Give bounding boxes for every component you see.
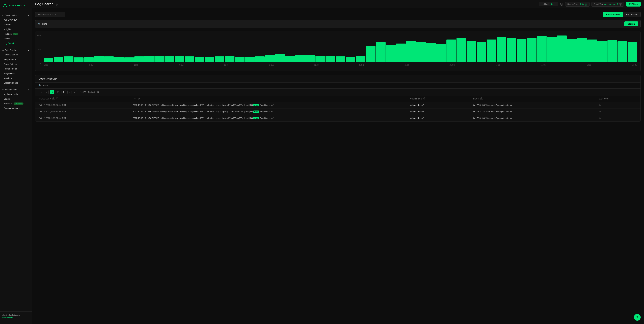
logs-filter-input[interactable] [43, 84, 637, 87]
sidebar-item-integrations[interactable]: Integrations [0, 71, 32, 76]
sidebar-item-my-organization[interactable]: My Organization [0, 92, 32, 97]
source-select-dropdown[interactable]: Select A Source ▼ [35, 12, 66, 17]
col-header-log: LOG ⧉ [129, 96, 406, 102]
y-label-200k: 200k [37, 35, 41, 37]
search-type-tabs: Basic Search SQL Search [603, 12, 641, 17]
user-company[interactable]: My Company [2, 316, 29, 318]
logo-icon [3, 3, 8, 8]
sidebar-item-status[interactable]: Status ↗ Operational [0, 101, 32, 106]
chart-bar [44, 58, 53, 62]
basic-search-tab[interactable]: Basic Search [603, 12, 623, 17]
timestamp-cell: Oct 12, 2022, 9:19:57 AM PDT [36, 109, 129, 115]
chart-bar [517, 39, 526, 62]
external-link-icon: ↗ [10, 103, 12, 105]
data-pipeline-header[interactable]: ◈ Data Pipeline ▲ [0, 47, 32, 52]
host-cell: ip-172-31-38-15.us-west-2.compute.intern… [470, 115, 596, 122]
copy-action-icon[interactable]: ⧉ [599, 104, 601, 106]
sidebar-item-insights[interactable]: Insights [0, 27, 32, 32]
col-header-agent-tag: AGENT TAG ℹ [406, 96, 470, 102]
chart-bar [507, 38, 516, 62]
logs-table: TIMESTAMP ℹ ≡ LOG ⧉ AGENT TAG ℹ [36, 96, 640, 122]
help-button[interactable]: ? [634, 314, 641, 321]
source-type-info-icon[interactable]: ✕ [585, 3, 587, 5]
copy-action-icon[interactable]: ⧉ [599, 117, 601, 119]
y-label-0: 0 [40, 62, 41, 64]
actions-cell: ⧉ [596, 115, 640, 122]
page-2-btn[interactable]: 2 [56, 90, 60, 94]
sidebar-item-rehydrations[interactable]: Rehydrations [0, 57, 32, 62]
chart-bar [285, 56, 295, 62]
sidebar-item-findings[interactable]: Findings New [0, 32, 32, 36]
sidebar-item-hosted-agents[interactable]: Hosted Agents [0, 66, 32, 71]
agent-tag-cell: webapp-demo2 [406, 115, 470, 122]
refresh-icon[interactable]: ↻ [560, 3, 563, 6]
filters-button[interactable]: ▽ Filters [626, 2, 641, 6]
last-page-btn[interactable]: » [73, 90, 77, 94]
chart-bar [326, 56, 335, 62]
chart-bar [366, 46, 376, 62]
log-cell: 2022-10-12 16:19:56 DEBUG HoldingsActorS… [129, 109, 406, 115]
agent-tag-cell: webapp-demo2 [406, 102, 470, 109]
sidebar-item-global-settings[interactable]: Global Settings [0, 81, 32, 85]
data-pipeline-label: Data Pipeline [5, 49, 17, 51]
chart-bar [185, 56, 194, 62]
sidebar-item-k8s-overview[interactable]: K8s Overview [0, 17, 32, 22]
observability-header[interactable]: ⊙ Observability ▲ [0, 12, 32, 17]
title-info-icon[interactable]: ℹ [55, 3, 58, 5]
agent-tag-selector[interactable]: Agent Tag: webapp-demo2 ℹ [592, 2, 624, 6]
sidebar-item-documentation[interactable]: Documentation ↗ [0, 106, 32, 111]
management-section: ⚙ Management ▲ My Organization Usage Sta… [0, 87, 32, 111]
user-email: riley@edgedelta.com [2, 314, 29, 316]
chart-bar [456, 38, 466, 62]
findings-badge: New [13, 33, 18, 35]
sidebar-item-patterns[interactable]: Patterns [0, 22, 32, 27]
copy-action-icon[interactable]: ⧉ [599, 111, 601, 113]
chart-bar [154, 56, 164, 62]
prev-page-btn[interactable]: ‹ [44, 90, 49, 94]
management-icon: ⚙ [2, 89, 4, 91]
chart-bar [245, 57, 254, 62]
content-area: Select A Source ▼ Basic Search SQL Searc… [32, 8, 644, 324]
chevron-down-icon: ▼ [554, 3, 556, 5]
timestamp-sort-icon[interactable]: ≡ [56, 97, 58, 100]
search-input[interactable] [42, 23, 622, 25]
agent-tag-col-info-icon[interactable]: ℹ [424, 97, 426, 100]
col-header-timestamp: TIMESTAMP ℹ ≡ [36, 96, 129, 102]
timestamp-info-icon[interactable]: ℹ [52, 97, 55, 100]
lookback-value: 7d [551, 3, 553, 5]
host-col-info-icon[interactable]: ℹ [480, 97, 483, 100]
sql-search-tab[interactable]: SQL Search [623, 12, 640, 17]
sidebar-item-usage[interactable]: Usage [0, 97, 32, 101]
chart-bar [174, 56, 184, 62]
chart-bar [306, 55, 315, 62]
chart-bar [628, 42, 637, 62]
next-page-btn[interactable]: › [68, 90, 72, 94]
log-cell: 2022-10-12 16:19:56 DEBUG HoldingsActorS… [129, 115, 406, 122]
sidebar-item-log-search[interactable]: Log Search [0, 41, 32, 46]
chart-bar [215, 56, 224, 62]
col-header-actions: ACTIONS [596, 96, 640, 102]
sidebar-item-monitors[interactable]: Monitors [0, 76, 32, 81]
first-page-btn[interactable]: « [39, 90, 43, 94]
sidebar-item-metrics[interactable]: Metrics [0, 36, 32, 41]
data-pipeline-icon: ◈ [2, 49, 4, 51]
agent-tag-value: webapp-demo2 [604, 3, 618, 5]
search-button[interactable]: Search [624, 21, 638, 26]
source-type-value: K8s [580, 3, 584, 5]
page-title: Log Search ℹ [35, 2, 58, 6]
operational-badge: Operational [14, 103, 24, 105]
page-3-btn[interactable]: 3 [62, 90, 66, 94]
chart-bar [386, 45, 396, 62]
lookback-selector[interactable]: Lookback: 7d ▼ [539, 2, 558, 6]
sidebar-item-agent-settings[interactable]: Agent Settings [0, 62, 32, 66]
log-copy-icon[interactable]: ⧉ [138, 98, 141, 100]
chart-bar [426, 43, 436, 62]
sidebar-item-pipeline-status[interactable]: Pipeline Status [0, 52, 32, 57]
agent-tag-info-icon[interactable]: ℹ [619, 3, 622, 5]
page-1-btn[interactable]: 1 [50, 90, 54, 94]
logo[interactable]: EDGE DELTA [0, 0, 32, 11]
search-magnifier-icon: 🔍 [38, 23, 40, 25]
management-header[interactable]: ⚙ Management ▲ [0, 87, 32, 92]
chart-bar [497, 37, 506, 62]
source-type-selector[interactable]: Source Type: K8s ✕ [565, 2, 590, 6]
